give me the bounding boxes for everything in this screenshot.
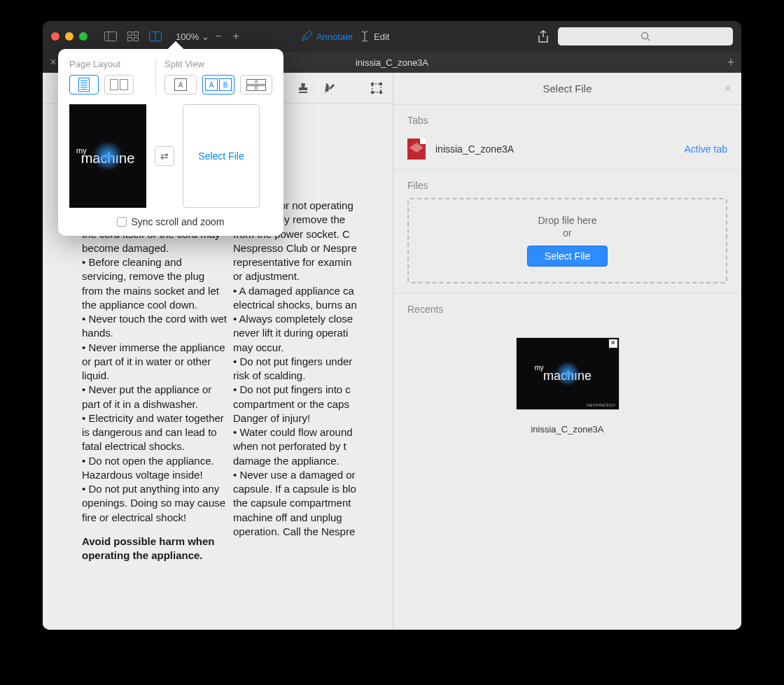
chevron-down-icon: ⌄ xyxy=(202,31,209,42)
svg-rect-3 xyxy=(134,32,139,36)
select-file-panel-button[interactable]: Select File xyxy=(183,104,260,208)
stamp-tool-icon[interactable] xyxy=(297,80,309,96)
recent-item[interactable]: my machıne NESPRESSO inissia_C_zone3A xyxy=(407,337,727,435)
svg-rect-5 xyxy=(134,38,139,41)
sync-checkbox[interactable] xyxy=(117,217,127,227)
pdf-icon xyxy=(407,139,426,160)
column-left: period. Disconnect by pulling out the pl… xyxy=(82,199,227,563)
mode-group: Annotate Edit xyxy=(301,31,389,42)
share-icon[interactable] xyxy=(537,31,550,42)
files-section: Files Drop file here or Select File xyxy=(393,169,741,293)
annotate-button[interactable]: Annotate xyxy=(301,31,353,42)
edit-button[interactable]: Edit xyxy=(360,31,389,42)
split-none[interactable]: A xyxy=(164,75,197,94)
svg-line-9 xyxy=(648,38,650,41)
split-view-icon[interactable] xyxy=(149,31,162,42)
svg-rect-15 xyxy=(372,84,381,92)
column-right: damaged or not operating Immediately rem… xyxy=(233,199,379,563)
tab-item-name: inissia_C_zone3A xyxy=(435,143,675,155)
signature-tool-icon[interactable] xyxy=(323,80,337,96)
minimize-window-button[interactable] xyxy=(65,32,74,41)
split-horizontal[interactable]: AB xyxy=(202,75,234,94)
panel-header: Select File × xyxy=(393,73,741,105)
panel-title: Select File xyxy=(542,83,592,94)
app-window: 100% ⌄ − + Annotate Edit × inissia_C_zon… xyxy=(43,21,741,630)
split-view-label: Split View xyxy=(164,59,272,69)
titlebar: 100% ⌄ − + Annotate Edit xyxy=(43,21,741,52)
sidebar-toggle-icon[interactable] xyxy=(104,31,117,42)
split-view-group: Split View A AB AB xyxy=(156,59,272,94)
page-layout-label: Page Layout xyxy=(69,59,147,69)
svg-point-19 xyxy=(380,91,382,93)
popover-footer: Sync scroll and zoom xyxy=(69,216,272,227)
text-cursor-icon xyxy=(360,31,370,42)
view-popover: Page Layout Split View A AB AB my machın… xyxy=(58,49,284,236)
sync-label: Sync scroll and zoom xyxy=(131,216,224,227)
recent-thumbnail: my machıne NESPRESSO xyxy=(516,337,620,410)
edit-label: Edit xyxy=(374,31,389,42)
page-layout-group: Page Layout xyxy=(69,59,156,94)
zoom-control[interactable]: 100% ⌄ xyxy=(176,31,209,42)
recents-section-label: Recents xyxy=(407,304,727,315)
pen-icon xyxy=(301,31,312,42)
thumb-brand: NESPRESSO xyxy=(587,403,616,407)
tabs-section: Tabs inissia_C_zone3A Active tab xyxy=(393,105,741,169)
swap-button[interactable]: ⇄ xyxy=(155,146,174,166)
new-tab-button[interactable]: + xyxy=(720,52,741,73)
titlebar-right xyxy=(537,27,733,45)
view-mode-group xyxy=(104,31,162,42)
tab-item[interactable]: inissia_C_zone3A Active tab xyxy=(407,133,727,165)
select-file-button[interactable]: Select File xyxy=(527,246,608,267)
tab-item-status: Active tab xyxy=(685,143,727,155)
col2-text: damaged or not operating Immediately rem… xyxy=(233,199,379,539)
svg-point-17 xyxy=(380,83,382,85)
drop-text: Drop file here xyxy=(424,215,710,226)
document-columns: period. Disconnect by pulling out the pl… xyxy=(82,199,379,563)
split-vertical[interactable]: AB xyxy=(240,75,272,94)
files-section-label: Files xyxy=(407,180,727,191)
search-input[interactable] xyxy=(558,27,733,45)
col1-bold: Avoid possible harm when operating the a… xyxy=(82,535,227,563)
zoom-in-button[interactable]: + xyxy=(227,30,245,43)
current-doc-thumbnail: my machıne xyxy=(69,104,146,208)
svg-rect-0 xyxy=(105,32,117,41)
drop-zone[interactable]: Drop file here or Select File xyxy=(407,198,727,283)
svg-point-16 xyxy=(372,83,374,85)
svg-point-18 xyxy=(372,91,374,93)
popover-main: my machıne ⇄ Select File xyxy=(69,104,272,208)
grid-view-icon[interactable] xyxy=(127,31,139,42)
search-icon xyxy=(640,31,650,41)
layout-single-page[interactable] xyxy=(69,75,99,94)
window-controls xyxy=(51,32,88,41)
svg-point-8 xyxy=(642,33,648,39)
recents-section: Recents my machıne NESPRESSO inissia_C_z… xyxy=(393,293,741,630)
annotate-label: Annotate xyxy=(316,31,353,42)
zoom-window-button[interactable] xyxy=(79,32,88,41)
col1-text: period. Disconnect by pulling out the pl… xyxy=(82,199,227,525)
svg-rect-2 xyxy=(128,32,132,36)
select-tool-icon[interactable] xyxy=(370,80,383,96)
close-window-button[interactable] xyxy=(51,32,59,41)
tabs-section-label: Tabs xyxy=(407,115,727,126)
zoom-value: 100% xyxy=(176,31,199,42)
recent-name: inissia_C_zone3A xyxy=(531,424,603,435)
drop-or: or xyxy=(424,227,710,239)
zoom-out-button[interactable]: − xyxy=(209,30,227,43)
thumb-my: my xyxy=(535,364,544,372)
select-file-panel: Select File × Tabs inissia_C_zone3A Acti… xyxy=(393,73,741,630)
layout-two-page[interactable] xyxy=(104,75,134,94)
svg-rect-4 xyxy=(128,38,132,41)
close-icon[interactable]: × xyxy=(724,81,732,96)
